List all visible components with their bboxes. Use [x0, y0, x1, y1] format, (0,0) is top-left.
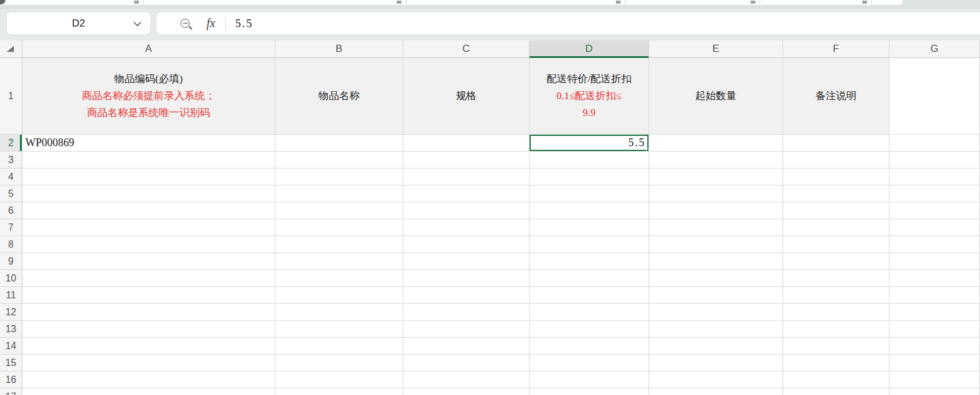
- cell-A17[interactable]: [22, 388, 275, 395]
- row-header-9[interactable]: 9: [0, 253, 22, 270]
- cell-E15[interactable]: [649, 355, 783, 371]
- row-header-17[interactable]: 17: [0, 388, 22, 395]
- cell-B7[interactable]: [275, 219, 403, 236]
- cell-D17[interactable]: [530, 388, 649, 395]
- cell-G2[interactable]: [889, 135, 980, 152]
- dialog-launcher-icon[interactable]: [862, 1, 867, 4]
- cell-F5[interactable]: [783, 185, 889, 202]
- cell-D9[interactable]: [530, 253, 649, 270]
- cell-A3[interactable]: [22, 152, 275, 169]
- cell-C17[interactable]: [403, 388, 530, 395]
- cell-F1[interactable]: 备注说明: [783, 58, 889, 135]
- cell-D16[interactable]: [530, 371, 649, 388]
- cell-C14[interactable]: [403, 338, 530, 355]
- cell-C16[interactable]: [403, 371, 530, 388]
- cell-B11[interactable]: [275, 287, 403, 304]
- row-header-2[interactable]: 2: [0, 135, 22, 152]
- name-box[interactable]: D2: [6, 11, 151, 35]
- cell-G7[interactable]: [889, 219, 980, 236]
- cell-E2[interactable]: [649, 135, 783, 152]
- row-header-3[interactable]: 3: [0, 152, 22, 169]
- cell-E11[interactable]: [649, 287, 783, 304]
- cell-D5[interactable]: [530, 185, 649, 202]
- cell-G10[interactable]: [889, 270, 980, 287]
- cell-B17[interactable]: [275, 388, 403, 395]
- cell-C4[interactable]: [403, 169, 530, 185]
- cell-C7[interactable]: [403, 219, 530, 236]
- cell-C9[interactable]: [403, 253, 530, 270]
- cell-F2[interactable]: [783, 135, 889, 152]
- cell-D1[interactable]: 配送特价/配送折扣0.1≤配送折扣≤9.9: [530, 58, 649, 135]
- cell-B8[interactable]: [275, 236, 403, 253]
- cell-C12[interactable]: [403, 304, 530, 321]
- fill-handle[interactable]: [646, 149, 649, 152]
- cell-G9[interactable]: [889, 253, 980, 270]
- row-header-8[interactable]: 8: [0, 236, 22, 253]
- row-header-7[interactable]: 7: [0, 219, 22, 236]
- cell-B1[interactable]: 物品名称: [275, 58, 403, 135]
- cell-E4[interactable]: [649, 169, 783, 185]
- cell-F17[interactable]: [783, 388, 889, 395]
- cell-B13[interactable]: [275, 321, 403, 338]
- cell-A9[interactable]: [22, 253, 275, 270]
- col-header-A[interactable]: A: [22, 40, 275, 57]
- col-header-G[interactable]: G: [889, 40, 980, 57]
- formula-bar[interactable]: fx 5.5: [156, 11, 980, 35]
- cell-C15[interactable]: [403, 355, 530, 371]
- cell-C1[interactable]: 规格: [403, 58, 530, 135]
- cell-F8[interactable]: [783, 236, 889, 253]
- row-header-1[interactable]: 1: [0, 58, 22, 135]
- cell-F3[interactable]: [783, 152, 889, 169]
- row-header-16[interactable]: 16: [0, 371, 22, 388]
- cell-E10[interactable]: [649, 270, 783, 287]
- col-header-F[interactable]: F: [783, 40, 889, 57]
- cell-E14[interactable]: [649, 338, 783, 355]
- cell-D13[interactable]: [530, 321, 649, 338]
- cell-G1[interactable]: [889, 58, 980, 135]
- cell-E6[interactable]: [649, 202, 783, 219]
- row-header-11[interactable]: 11: [0, 287, 22, 304]
- formula-bar-value[interactable]: 5.5: [235, 17, 253, 30]
- cell-D3[interactable]: [530, 152, 649, 169]
- cell-F15[interactable]: [783, 355, 889, 371]
- cell-A8[interactable]: [22, 236, 275, 253]
- cell-G12[interactable]: [889, 304, 980, 321]
- cell-G13[interactable]: [889, 321, 980, 338]
- row-header-14[interactable]: 14: [0, 338, 22, 355]
- cell-A7[interactable]: [22, 219, 275, 236]
- cell-B6[interactable]: [275, 202, 403, 219]
- cell-G17[interactable]: [889, 388, 980, 395]
- cell-E8[interactable]: [649, 236, 783, 253]
- cell-C2[interactable]: [403, 135, 530, 152]
- cell-D6[interactable]: [530, 202, 649, 219]
- row-header-13[interactable]: 13: [0, 321, 22, 338]
- cell-F13[interactable]: [783, 321, 889, 338]
- cell-A4[interactable]: [22, 169, 275, 185]
- row-header-15[interactable]: 15: [0, 355, 22, 371]
- cell-G11[interactable]: [889, 287, 980, 304]
- cell-E9[interactable]: [649, 253, 783, 270]
- cell-A5[interactable]: [22, 185, 275, 202]
- cell-B14[interactable]: [275, 338, 403, 355]
- cell-C11[interactable]: [403, 287, 530, 304]
- dialog-launcher-icon[interactable]: [397, 1, 402, 4]
- cell-B9[interactable]: [275, 253, 403, 270]
- dialog-launcher-icon[interactable]: [751, 1, 755, 4]
- cell-E13[interactable]: [649, 321, 783, 338]
- cell-G14[interactable]: [889, 338, 980, 355]
- cell-E7[interactable]: [649, 219, 783, 236]
- cell-F7[interactable]: [783, 219, 889, 236]
- cell-B10[interactable]: [275, 270, 403, 287]
- cell-A1[interactable]: 物品编码(必填)商品名称必须提前录入系统；商品名称是系统唯一识别码: [22, 58, 275, 135]
- cell-A6[interactable]: [22, 202, 275, 219]
- cell-F14[interactable]: [783, 338, 889, 355]
- cell-C8[interactable]: [403, 236, 530, 253]
- cell-F10[interactable]: [783, 270, 889, 287]
- cell-B2[interactable]: [275, 135, 403, 152]
- cell-E16[interactable]: [649, 371, 783, 388]
- cell-D2[interactable]: 5.5: [530, 135, 649, 152]
- cell-C13[interactable]: [403, 321, 530, 338]
- row-header-12[interactable]: 12: [0, 304, 22, 321]
- cell-D14[interactable]: [530, 338, 649, 355]
- cell-F4[interactable]: [783, 169, 889, 185]
